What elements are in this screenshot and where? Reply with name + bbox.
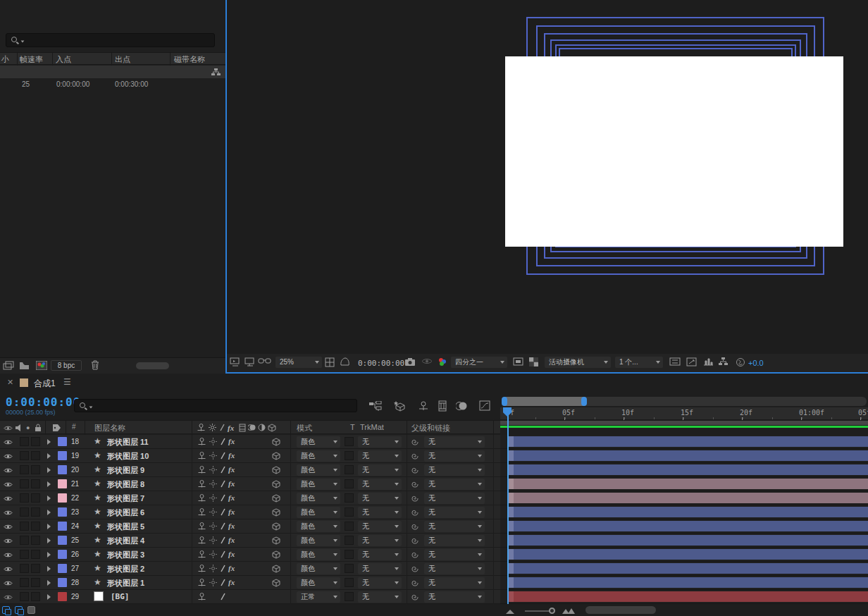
label-column-icon[interactable] — [52, 424, 61, 432]
eye-icon[interactable] — [4, 580, 13, 586]
pickwhip-icon[interactable] — [411, 579, 419, 587]
trkmat-toggle[interactable] — [345, 592, 354, 601]
transparency-grid-icon[interactable] — [529, 357, 538, 366]
rasterize-switch-icon[interactable] — [209, 508, 217, 516]
solo-toggle[interactable] — [31, 479, 40, 488]
parent-column-label[interactable]: 父级和链接 — [411, 423, 450, 433]
expand-arrow-icon[interactable] — [47, 580, 51, 586]
grid-guides-icon[interactable] — [325, 357, 335, 367]
blend-mode-select[interactable]: 颜色 — [297, 577, 340, 589]
fx-switch-icon[interactable]: fx — [228, 536, 235, 544]
rasterize-switch-icon[interactable] — [209, 579, 217, 586]
trkmat-toggle[interactable] — [345, 493, 354, 503]
layer-name[interactable]: 形状图层 8 — [107, 479, 144, 490]
zoom-out-mountain-icon[interactable] — [506, 608, 514, 614]
blend-mode-select[interactable]: 颜色 — [297, 535, 340, 546]
project-scrollbar[interactable] — [136, 362, 169, 369]
expand-arrow-icon[interactable] — [47, 439, 51, 445]
parent-select[interactable]: 无 — [424, 507, 485, 518]
fx-switch-icon[interactable]: fx — [228, 550, 235, 558]
navigator-start-handle[interactable] — [502, 397, 507, 406]
blend-mode-select[interactable]: 颜色 — [297, 521, 340, 532]
motion-blur-switch-icon[interactable] — [248, 424, 256, 431]
expand-arrow-icon[interactable] — [47, 481, 51, 487]
video-column-eye-icon[interactable] — [4, 425, 13, 431]
expand-arrow-icon[interactable] — [47, 594, 51, 600]
label-color-swatch[interactable] — [58, 592, 67, 601]
fx-switch-icon[interactable]: fx — [228, 564, 235, 572]
parent-select[interactable]: 无 — [424, 464, 485, 476]
audio-toggle[interactable] — [20, 550, 29, 559]
index-column-label[interactable]: # — [72, 423, 76, 431]
audio-toggle[interactable] — [20, 507, 29, 517]
fx-switch-icon[interactable]: fx — [228, 578, 235, 586]
layer-row-bg[interactable]: 29 [BG] 正常 无 无 — [0, 590, 500, 604]
solo-column-icon[interactable]: ● — [26, 424, 30, 431]
threed-switch-icon[interactable] — [272, 494, 280, 503]
region-of-interest-icon[interactable] — [513, 357, 523, 366]
shy-switch-icon[interactable] — [197, 424, 205, 432]
shy-switch-icon[interactable] — [198, 438, 206, 446]
audio-toggle[interactable] — [20, 578, 29, 587]
layer-duration-bar[interactable] — [507, 493, 868, 503]
layer-row[interactable]: 22 ★ 形状图层 7 fx — [0, 491, 500, 505]
pickwhip-icon[interactable] — [411, 494, 419, 503]
quality-switch-icon[interactable] — [220, 466, 226, 474]
audio-toggle[interactable] — [20, 437, 29, 446]
solo-toggle[interactable] — [31, 592, 40, 601]
layer-duration-bar[interactable] — [507, 479, 868, 489]
column-size-label[interactable]: 小 — [1, 54, 9, 65]
quality-switch-icon[interactable] — [220, 579, 226, 586]
share-view-icon[interactable] — [669, 357, 681, 366]
eye-icon[interactable] — [4, 481, 13, 488]
expand-arrow-icon[interactable] — [47, 552, 51, 558]
panel-menu-icon[interactable]: ☰ — [63, 377, 71, 387]
expand-arrow-icon[interactable] — [47, 453, 51, 459]
layer-name[interactable]: 形状图层 6 — [107, 507, 144, 518]
audio-toggle[interactable] — [20, 564, 29, 573]
zoom-in-mountains-icon[interactable] — [562, 607, 575, 614]
layer-name-column-label[interactable]: 图层名称 — [94, 423, 125, 433]
eye-icon[interactable] — [4, 566, 13, 572]
layer-name[interactable]: 形状图层 4 — [107, 536, 144, 546]
fx-switch-icon[interactable]: fx — [228, 479, 235, 488]
trkmat-toggle[interactable] — [345, 437, 354, 446]
close-icon[interactable]: ✕ — [7, 378, 13, 387]
shy-switch-icon[interactable] — [198, 565, 206, 573]
threed-switch-icon[interactable] — [272, 550, 280, 559]
trkmat-toggle[interactable] — [345, 564, 354, 573]
trkmat-select[interactable]: 无 — [358, 535, 402, 546]
t-column-label[interactable]: T — [350, 423, 355, 431]
eye-icon[interactable] — [4, 524, 13, 530]
shy-switch-icon[interactable] — [198, 536, 206, 545]
quality-switch-icon[interactable] — [220, 452, 226, 460]
column-framerate-label[interactable]: 帧速率 — [20, 54, 43, 65]
mode-column-label[interactable]: 模式 — [297, 423, 312, 433]
parent-select[interactable]: 无 — [424, 479, 485, 490]
layer-duration-bar[interactable] — [507, 577, 868, 588]
fx-switch-icon[interactable]: fx — [228, 424, 234, 432]
trkmat-toggle[interactable] — [345, 550, 354, 559]
trkmat-toggle[interactable] — [345, 507, 354, 517]
parent-select[interactable]: 无 — [424, 436, 485, 448]
audio-toggle[interactable] — [20, 465, 29, 474]
rasterize-switch-icon[interactable] — [209, 452, 217, 460]
label-color-swatch[interactable] — [58, 479, 67, 488]
project-item-row[interactable]: 25 0:00:00:00 0:00:30:00 — [0, 79, 225, 91]
layer-name[interactable]: 形状图层 1 — [107, 578, 144, 589]
trkmat-toggle[interactable] — [345, 578, 354, 587]
rasterize-switch-icon[interactable] — [209, 424, 216, 431]
layer-name[interactable]: 形状图层 10 — [107, 451, 149, 462]
rasterize-switch-icon[interactable] — [209, 466, 217, 474]
motion-blur-icon[interactable] — [456, 401, 468, 411]
pickwhip-icon[interactable] — [411, 466, 419, 474]
layer-duration-bar[interactable] — [507, 521, 868, 531]
shy-switch-icon[interactable] — [198, 579, 206, 587]
trkmat-toggle[interactable] — [345, 536, 354, 545]
parent-select[interactable]: 无 — [424, 535, 485, 546]
layer-row[interactable]: 21 ★ 形状图层 8 fx — [0, 477, 500, 491]
layer-row[interactable]: 24 ★ 形状图层 5 fx — [0, 519, 500, 534]
stereo-3d-icon[interactable] — [258, 357, 271, 366]
solo-toggle[interactable] — [31, 536, 40, 545]
quality-switch-icon[interactable] — [220, 494, 226, 502]
